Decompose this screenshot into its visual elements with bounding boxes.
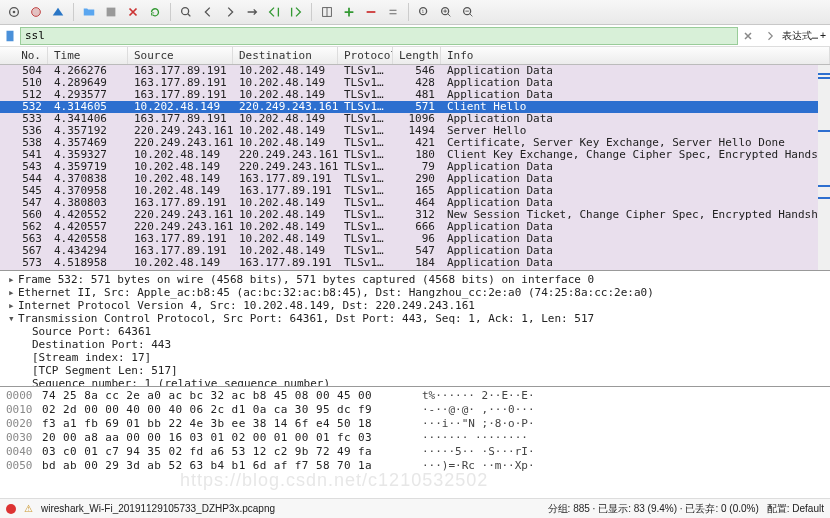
packet-row[interactable]: 5104.289649163.177.89.19110.202.48.149TL…: [0, 77, 830, 89]
hex-row[interactable]: 000074 25 8a cc 2e a0 ac bc 32 ac b8 45 …: [6, 389, 824, 403]
expression-button[interactable]: 表达式…: [782, 29, 818, 43]
gear-icon[interactable]: [4, 2, 24, 22]
packet-row[interactable]: 5124.293577163.177.89.19110.202.48.149TL…: [0, 89, 830, 101]
packet-row[interactable]: 5364.357192220.249.243.16110.202.48.149T…: [0, 125, 830, 137]
jump-icon[interactable]: [242, 2, 262, 22]
svg-rect-3: [107, 8, 116, 17]
packet-row[interactable]: 5624.420557220.249.243.16110.202.48.149T…: [0, 221, 830, 233]
packet-row[interactable]: 5604.420552220.249.243.16110.202.48.149T…: [0, 209, 830, 221]
packet-row[interactable]: 5444.37083810.202.48.149163.177.89.191TL…: [0, 173, 830, 185]
resize-icon[interactable]: [383, 2, 403, 22]
tree-toggle-icon[interactable]: ▸: [8, 273, 18, 286]
hex-row[interactable]: 004003 c0 01 c7 94 35 02 fd a6 53 12 c2 …: [6, 445, 824, 459]
save-icon[interactable]: [101, 2, 121, 22]
packet-bytes-pane[interactable]: 000074 25 8a cc 2e a0 ac bc 32 ac b8 45 …: [0, 387, 830, 471]
status-bar: ⚠ wireshark_Wi-Fi_20191129105733_DZHP3x.…: [0, 498, 830, 518]
packet-row[interactable]: 5334.341406163.177.89.19110.202.48.149TL…: [0, 113, 830, 125]
expert-icon[interactable]: ⚠: [24, 503, 33, 514]
packet-details-pane[interactable]: ▸Frame 532: 571 bytes on wire (4568 bits…: [0, 271, 830, 387]
detail-line[interactable]: Destination Port: 443: [8, 338, 830, 351]
shark-icon[interactable]: [48, 2, 68, 22]
hex-row[interactable]: 001002 2d 00 00 40 00 40 06 2c d1 0a ca …: [6, 403, 824, 417]
close-icon[interactable]: [123, 2, 143, 22]
packet-row[interactable]: 6325.18682110.202.48.149163.177.89.191TL…: [0, 269, 830, 271]
reload-icon[interactable]: [145, 2, 165, 22]
display-filter-input[interactable]: [20, 27, 738, 45]
packet-list-header: No. Time Source Destination Protocol Len…: [0, 47, 830, 65]
packet-scroll-gutter[interactable]: [818, 65, 830, 271]
svg-rect-10: [7, 30, 14, 41]
detail-line[interactable]: Sequence number: 1 (relative sequence nu…: [8, 377, 830, 387]
detail-line[interactable]: Source Port: 64361: [8, 325, 830, 338]
packet-list-pane: No. Time Source Destination Protocol Len…: [0, 47, 830, 271]
packet-row[interactable]: 5324.31460510.202.48.149220.249.243.161T…: [0, 101, 830, 113]
hex-row[interactable]: 0050bd ab 00 29 3d ab 52 63 b4 b1 6d af …: [6, 459, 824, 471]
packet-row[interactable]: 5414.35932710.202.48.149220.249.243.161T…: [0, 149, 830, 161]
tree-toggle-icon[interactable]: ▸: [8, 286, 18, 299]
detail-line[interactable]: ▸Internet Protocol Version 4, Src: 10.20…: [8, 299, 830, 312]
zoom100-icon[interactable]: 1: [414, 2, 434, 22]
svg-text:1: 1: [421, 9, 424, 14]
packet-row[interactable]: 5634.420558163.177.89.19110.202.48.149TL…: [0, 233, 830, 245]
packet-row[interactable]: 5734.51895810.202.48.149163.177.89.191TL…: [0, 257, 830, 269]
zoom-out-icon[interactable]: [458, 2, 478, 22]
status-counts: 分组: 885 · 已显示: 83 (9.4%) · 已丢弃: 0 (0.0%): [548, 502, 759, 516]
packet-row[interactable]: 5044.266276163.177.89.19110.202.48.149TL…: [0, 65, 830, 77]
detail-line[interactable]: [TCP Segment Len: 517]: [8, 364, 830, 377]
col-time[interactable]: Time: [48, 47, 128, 64]
display-filter-bar: 表达式… +: [0, 25, 830, 47]
search-icon[interactable]: [176, 2, 196, 22]
folder-icon[interactable]: [79, 2, 99, 22]
svg-point-2: [32, 8, 41, 17]
svg-point-1: [13, 11, 16, 14]
packet-row[interactable]: 5674.434294163.177.89.19110.202.48.149TL…: [0, 245, 830, 257]
apply-filter-icon[interactable]: [760, 26, 780, 46]
first-icon[interactable]: [264, 2, 284, 22]
col-protocol[interactable]: Protocol: [338, 47, 393, 64]
hex-row[interactable]: 003020 00 a8 aa 00 00 16 03 01 02 00 01 …: [6, 431, 824, 445]
zoom-in-icon[interactable]: [436, 2, 456, 22]
add-filter-button[interactable]: +: [820, 30, 826, 41]
detail-line[interactable]: ▾Transmission Control Protocol, Src Port…: [8, 312, 830, 325]
col-length[interactable]: Length: [393, 47, 441, 64]
next-icon[interactable]: [220, 2, 240, 22]
detail-line[interactable]: [Stream index: 17]: [8, 351, 830, 364]
tree-toggle-icon[interactable]: ▾: [8, 312, 18, 325]
detail-line[interactable]: ▸Ethernet II, Src: Apple_ac:b8:45 (ac:bc…: [8, 286, 830, 299]
tree-toggle-icon[interactable]: ▸: [8, 299, 18, 312]
columns-icon[interactable]: [317, 2, 337, 22]
col-source[interactable]: Source: [128, 47, 233, 64]
last-icon[interactable]: [286, 2, 306, 22]
col-destination[interactable]: Destination: [233, 47, 338, 64]
capture-indicator-icon[interactable]: [6, 504, 16, 514]
packet-row[interactable]: 5434.35971910.202.48.149220.249.243.161T…: [0, 161, 830, 173]
clear-filter-icon[interactable]: [738, 26, 758, 46]
col-info[interactable]: Info: [441, 47, 830, 64]
packet-row[interactable]: 5474.380803163.177.89.19110.202.48.149TL…: [0, 197, 830, 209]
remove-icon[interactable]: [361, 2, 381, 22]
status-profile[interactable]: 配置: Default: [767, 502, 824, 516]
add-icon[interactable]: [339, 2, 359, 22]
bookmark-icon[interactable]: [0, 26, 20, 46]
main-toolbar: 1: [0, 0, 830, 25]
prev-icon[interactable]: [198, 2, 218, 22]
detail-line[interactable]: ▸Frame 532: 571 bytes on wire (4568 bits…: [8, 273, 830, 286]
col-no[interactable]: No.: [0, 47, 48, 64]
circle-red-icon[interactable]: [26, 2, 46, 22]
packet-row[interactable]: 5384.357469220.249.243.16110.202.48.149T…: [0, 137, 830, 149]
packet-row[interactable]: 5454.37095810.202.48.149163.177.89.191TL…: [0, 185, 830, 197]
hex-row[interactable]: 0020f3 a1 fb 69 01 bb 22 4e 3b ee 38 14 …: [6, 417, 824, 431]
watermark: https://blog.csdn.net/c1210532502: [180, 470, 488, 491]
status-file: wireshark_Wi-Fi_20191129105733_DZHP3x.pc…: [41, 503, 275, 514]
svg-point-4: [182, 8, 189, 15]
